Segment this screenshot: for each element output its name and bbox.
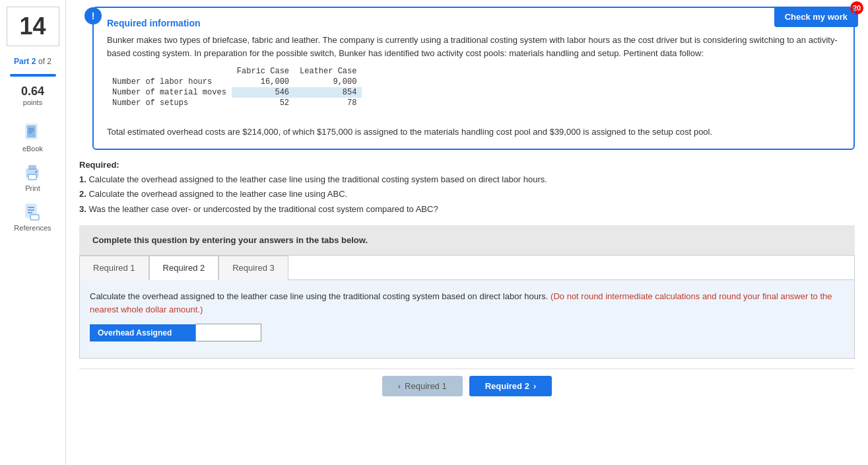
next-button-label: Required 2 <box>485 381 529 391</box>
svg-rect-1 <box>27 125 36 137</box>
complete-box: Complete this question by entering your … <box>79 225 855 255</box>
row-label-moves: Number of material moves <box>107 87 232 98</box>
part-label: Part 2 <box>14 57 36 66</box>
svg-rect-7 <box>28 174 36 180</box>
complete-box-text: Complete this question by entering your … <box>92 235 842 245</box>
cell-leather-labor: 9,000 <box>294 77 362 87</box>
req-text-3: Was the leather case over- or undercoste… <box>88 204 438 214</box>
main-content: 20 Check my work ! Required information … <box>66 0 868 465</box>
references-label: References <box>14 224 51 232</box>
cell-fabric-setups: 52 <box>232 98 294 108</box>
info-icon: ! <box>84 7 102 24</box>
part-progress-bar <box>10 74 56 77</box>
next-button[interactable]: Required 2 › <box>469 376 552 396</box>
col-header-fabric: Fabric Case <box>232 66 294 77</box>
tabs-container: Required 1 Required 2 Required 3 Calcula… <box>79 255 855 359</box>
list-item: 3. Was the leather case over- or underco… <box>79 203 855 216</box>
tab-required1[interactable]: Required 1 <box>80 256 149 280</box>
sidebar-item-references[interactable]: References <box>14 202 51 232</box>
ebook-label: eBook <box>22 145 43 153</box>
sidebar-item-print[interactable]: Print <box>22 162 42 192</box>
table-row: Number of material moves 546 854 <box>107 87 362 98</box>
info-box: ! Required information Bunker makes two … <box>92 7 855 150</box>
input-label: Overhead Assigned <box>90 324 195 341</box>
part-of: of 2 <box>38 57 51 66</box>
req-num-3: 3. <box>79 204 86 214</box>
info-title: Required information <box>107 18 840 28</box>
req-text-1: Calculate the overhead assigned to the l… <box>88 174 547 184</box>
part-info: Part 2 of 2 <box>14 56 51 66</box>
req-num-2: 2. <box>79 189 86 199</box>
prev-button-label: Required 1 <box>405 381 447 391</box>
tab-desc-text: Calculate the overhead assigned to the l… <box>90 291 551 301</box>
question-number: 14 <box>7 7 59 46</box>
req-text-2: Calculate the overhead assigned to the l… <box>88 189 347 199</box>
prev-button[interactable]: ‹ Required 1 <box>382 376 463 396</box>
cell-fabric-moves: 546 <box>232 87 294 98</box>
ebook-icon <box>22 123 42 143</box>
row-label-labor: Number of labor hours <box>107 77 232 87</box>
info-paragraph2: Total estimated overhead costs are $214,… <box>107 125 840 139</box>
sidebar-item-ebook[interactable]: eBook <box>22 123 43 153</box>
sidebar: 14 Part 2 of 2 0.64 points <box>0 0 66 465</box>
required-title: Required: <box>79 160 855 170</box>
data-table-wrapper: Fabric Case Leather Case Number of labor… <box>107 59 840 116</box>
data-table: Fabric Case Leather Case Number of labor… <box>107 66 362 108</box>
print-label: Print <box>25 184 40 192</box>
svg-point-8 <box>36 171 38 173</box>
list-item: 1. Calculate the overhead assigned to th… <box>79 173 855 186</box>
sidebar-nav: eBook Print <box>14 123 51 232</box>
input-row: Overhead Assigned <box>90 324 844 341</box>
tabs-header: Required 1 Required 2 Required 3 <box>80 256 854 280</box>
cell-leather-moves: 854 <box>294 87 362 98</box>
table-row: Number of labor hours 16,000 9,000 <box>107 77 362 87</box>
cell-leather-setups: 78 <box>294 98 362 108</box>
tab-required3[interactable]: Required 3 <box>218 256 288 280</box>
print-icon <box>22 162 42 182</box>
cell-fabric-labor: 16,000 <box>232 77 294 87</box>
required-items: 1. Calculate the overhead assigned to th… <box>79 173 855 216</box>
points-label: points <box>21 98 44 106</box>
points-value: 0.64 <box>21 85 44 98</box>
tab-description: Calculate the overhead assigned to the l… <box>90 290 844 316</box>
next-arrow-icon: › <box>533 381 536 391</box>
col-header-leather: Leather Case <box>294 66 362 77</box>
points-block: 0.64 points <box>21 85 44 106</box>
list-item: 2. Calculate the overhead assigned to th… <box>79 188 855 201</box>
overhead-assigned-input[interactable] <box>195 324 261 341</box>
svg-rect-6 <box>28 165 36 170</box>
required-section: Required: 1. Calculate the overhead assi… <box>79 160 855 216</box>
table-row: Number of setups 52 78 <box>107 98 362 108</box>
tab-required2[interactable]: Required 2 <box>149 256 219 280</box>
references-icon <box>22 202 42 222</box>
prev-arrow-icon: ‹ <box>398 381 401 391</box>
row-label-setups: Number of setups <box>107 98 232 108</box>
req-num-1: 1. <box>79 174 86 184</box>
nav-buttons: ‹ Required 1 Required 2 › <box>79 369 855 403</box>
tab-content: Calculate the overhead assigned to the l… <box>80 280 854 358</box>
info-paragraph1: Bunker makes two types of briefcase, fab… <box>107 34 840 59</box>
svg-rect-13 <box>30 215 39 220</box>
